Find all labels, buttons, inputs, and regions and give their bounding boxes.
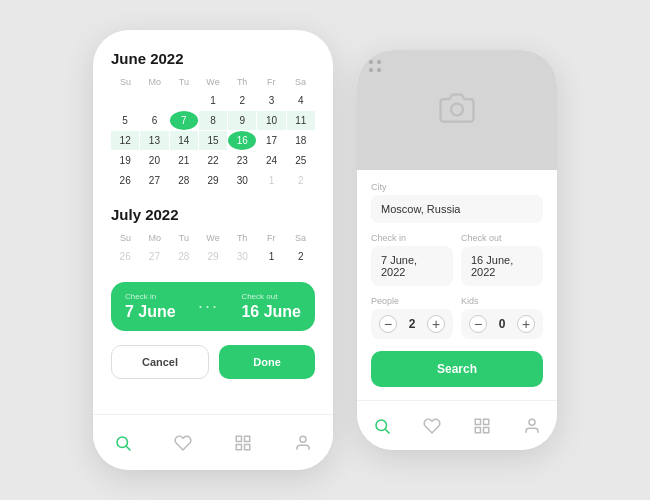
cal-day[interactable]: 20 <box>140 151 168 170</box>
cal-day[interactable]: 25 <box>287 151 315 170</box>
cal-day[interactable]: 2 <box>287 247 315 266</box>
cal-day[interactable]: 12 <box>111 131 139 150</box>
cal-day-end[interactable]: 16 <box>228 131 256 150</box>
cal-day[interactable]: 8 <box>199 111 227 130</box>
city-value[interactable]: Moscow, Russia <box>371 195 543 223</box>
people-count: 2 <box>409 317 416 331</box>
svg-rect-10 <box>475 419 480 424</box>
cal-day[interactable]: 24 <box>257 151 285 170</box>
checkout-col: Check out 16 June, 2022 <box>461 233 543 286</box>
search-phone: City Moscow, Russia Check in 7 June, 202… <box>357 50 557 450</box>
cal-day[interactable]: 19 <box>111 151 139 170</box>
right-bottom-nav <box>357 400 557 450</box>
svg-point-14 <box>529 419 535 425</box>
cal-day[interactable]: 23 <box>228 151 256 170</box>
cal-day[interactable] <box>170 91 198 110</box>
people-increment[interactable]: + <box>427 315 445 333</box>
cal-day[interactable]: 15 <box>199 131 227 150</box>
cal-day[interactable]: 28 <box>170 171 198 190</box>
checkout-label: Check out <box>461 233 543 243</box>
cal-day[interactable]: 10 <box>257 111 285 130</box>
nav-user[interactable] <box>294 434 312 452</box>
kids-decrement[interactable]: − <box>469 315 487 333</box>
cancel-button[interactable]: Cancel <box>111 345 209 379</box>
done-button[interactable]: Done <box>219 345 315 379</box>
cal-day[interactable]: 29 <box>199 247 227 266</box>
cal-day[interactable]: 14 <box>170 131 198 150</box>
cal-day[interactable]: 28 <box>170 247 198 266</box>
checkout-value[interactable]: 16 June, 2022 <box>461 246 543 286</box>
cal-day[interactable]: 2 <box>287 171 315 190</box>
dot <box>377 60 381 64</box>
nav-grid-right[interactable] <box>473 417 491 435</box>
nav-user-right[interactable] <box>523 417 541 435</box>
cal-day[interactable]: 21 <box>170 151 198 170</box>
svg-line-9 <box>385 429 389 433</box>
cal-day[interactable]: 5 <box>111 111 139 130</box>
cal-day[interactable]: 1 <box>257 247 285 266</box>
day-tu: Tu <box>169 233 198 243</box>
cal-day[interactable]: 30 <box>228 247 256 266</box>
left-bottom-nav <box>93 414 333 470</box>
svg-rect-11 <box>484 419 489 424</box>
cal-day[interactable]: 27 <box>140 171 168 190</box>
nav-heart-right[interactable] <box>423 417 441 435</box>
nav-search[interactable] <box>114 434 132 452</box>
nav-heart[interactable] <box>174 434 192 452</box>
action-buttons: Cancel Done <box>111 345 315 379</box>
people-col: People − 2 + <box>371 296 453 339</box>
cal-day[interactable] <box>111 91 139 110</box>
july-title: July 2022 <box>111 206 315 223</box>
search-content: City Moscow, Russia Check in 7 June, 202… <box>357 50 557 400</box>
kids-increment[interactable]: + <box>517 315 535 333</box>
cal-day[interactable] <box>140 91 168 110</box>
day-sa: Sa <box>286 233 315 243</box>
july-header: Su Mo Tu We Th Fr Sa <box>111 233 315 243</box>
june-body: 1 2 3 4 5 6 7 8 9 10 11 12 13 14 15 <box>111 91 315 190</box>
cal-day[interactable]: 1 <box>257 171 285 190</box>
people-decrement[interactable]: − <box>379 315 397 333</box>
cal-day[interactable]: 30 <box>228 171 256 190</box>
photo-placeholder <box>357 50 557 170</box>
cal-day[interactable]: 2 <box>228 91 256 110</box>
search-button[interactable]: Search <box>371 351 543 387</box>
day-tu: Tu <box>169 77 198 87</box>
svg-rect-4 <box>236 444 241 449</box>
dot <box>377 68 381 72</box>
cal-day[interactable]: 3 <box>257 91 285 110</box>
kids-label: Kids <box>461 296 543 306</box>
cal-day[interactable]: 4 <box>287 91 315 110</box>
people-label: People <box>371 296 453 306</box>
june-header: Su Mo Tu We Th Fr Sa <box>111 77 315 87</box>
day-we: We <box>198 233 227 243</box>
cal-day-start[interactable]: 7 <box>170 111 198 130</box>
cal-day[interactable]: 13 <box>140 131 168 150</box>
kids-col: Kids − 0 + <box>461 296 543 339</box>
checkin-value[interactable]: 7 June, 2022 <box>371 246 453 286</box>
cal-day[interactable]: 9 <box>228 111 256 130</box>
checkout-date: 16 June <box>241 303 301 321</box>
cal-day[interactable]: 11 <box>287 111 315 130</box>
cal-day[interactable]: 27 <box>140 247 168 266</box>
city-label: City <box>371 182 543 192</box>
cal-day[interactable]: 1 <box>199 91 227 110</box>
nav-grid[interactable] <box>234 434 252 452</box>
nav-search-right[interactable] <box>373 417 391 435</box>
cal-day[interactable]: 26 <box>111 247 139 266</box>
kids-counter: − 0 + <box>461 309 543 339</box>
june-title: June 2022 <box>111 50 315 67</box>
cal-day[interactable]: 29 <box>199 171 227 190</box>
day-th: Th <box>228 233 257 243</box>
cal-day[interactable]: 17 <box>257 131 285 150</box>
form-area: City Moscow, Russia Check in 7 June, 202… <box>357 170 557 399</box>
svg-point-7 <box>451 104 463 116</box>
checkin-date: 7 June <box>125 303 176 321</box>
svg-point-8 <box>376 420 387 431</box>
people-counter: − 2 + <box>371 309 453 339</box>
dots-grid <box>369 60 381 72</box>
cal-day[interactable]: 18 <box>287 131 315 150</box>
cal-day[interactable]: 22 <box>199 151 227 170</box>
cal-day[interactable]: 26 <box>111 171 139 190</box>
cal-day[interactable]: 6 <box>140 111 168 130</box>
calendar-phone: June 2022 Su Mo Tu We Th Fr Sa 1 <box>93 30 333 470</box>
